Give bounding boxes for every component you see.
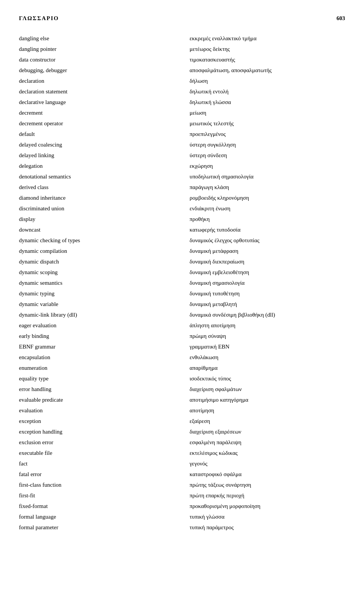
translation: καταστροφικό σφάλμα bbox=[190, 469, 345, 480]
term: formal language bbox=[19, 511, 174, 522]
term: fixed-format bbox=[19, 501, 174, 511]
term: EBNF grammar bbox=[19, 341, 174, 352]
term: executable file bbox=[19, 448, 174, 458]
term: first-fit bbox=[19, 490, 174, 501]
translation: ισοδεκτικός τύπος bbox=[190, 373, 345, 384]
term: discriminated union bbox=[19, 203, 174, 214]
term: dangling pointer bbox=[19, 44, 174, 54]
term: declarative language bbox=[19, 97, 174, 107]
term: derived class bbox=[19, 182, 174, 192]
translation: μείωση bbox=[190, 107, 345, 118]
translation: μειωτικός τελεστής bbox=[190, 118, 345, 129]
translation: δυναμικός έλεγχος ορθοτυπίας bbox=[190, 235, 345, 246]
term: debugging, debugger bbox=[19, 65, 174, 76]
term: encapsulation bbox=[19, 352, 174, 363]
header-page-num: 603 bbox=[337, 15, 345, 22]
term: dynamic variable bbox=[19, 299, 174, 309]
translation: προκαθορισμένη μορφοποίηση bbox=[190, 501, 345, 511]
page-container: ΓΛΩΣΣΑΡΙΟ 603 dangling elseεκκρεμές εναλ… bbox=[0, 0, 364, 601]
translation: δυναμική μετάφραση bbox=[190, 246, 345, 256]
term: first-class function bbox=[19, 480, 174, 490]
translation: προθήκη bbox=[190, 214, 345, 224]
translation: τυπική γλώσσα bbox=[190, 511, 345, 522]
term: early binding bbox=[19, 331, 174, 341]
term: exclusion error bbox=[19, 437, 174, 448]
header-title: ΓΛΩΣΣΑΡΙΟ bbox=[19, 15, 59, 22]
translation: παράγωγη κλάση bbox=[190, 182, 345, 192]
term: dynamic checking of types bbox=[19, 235, 174, 246]
term: delegation bbox=[19, 161, 174, 171]
translation: τυπική παράμετρος bbox=[190, 522, 345, 533]
term: error handling bbox=[19, 384, 174, 394]
translation: δυναμικά συνδέσιμη βιβλιοθήκη (dll) bbox=[190, 309, 345, 320]
translation: εξαίρεση bbox=[190, 416, 345, 426]
translation: ύστερη σύνδεση bbox=[190, 150, 345, 161]
translation: άπληστη αποτίμηση bbox=[190, 320, 345, 331]
term: enumeration bbox=[19, 363, 174, 373]
translation: εκτελέσιμος κώδικας bbox=[190, 448, 345, 458]
translation: τιμοκατασκευαστής bbox=[190, 54, 345, 65]
translation: προεπιλεγμένος bbox=[190, 129, 345, 139]
term: dynamic scoping bbox=[19, 267, 174, 278]
term: fatal error bbox=[19, 469, 174, 480]
term: display bbox=[19, 214, 174, 224]
term: denotational semantics bbox=[19, 171, 174, 182]
translation: δυναμική μεταβλητή bbox=[190, 299, 345, 309]
translation: αποτιμήσιμο κατηγόρημα bbox=[190, 394, 345, 405]
translation: πρώιμη σύναψη bbox=[190, 331, 345, 341]
term: exception handling bbox=[19, 426, 174, 437]
translation: απαρίθμημα bbox=[190, 363, 345, 373]
term: dynamic typing bbox=[19, 288, 174, 299]
term: declaration statement bbox=[19, 86, 174, 97]
term: equality type bbox=[19, 373, 174, 384]
term: default bbox=[19, 129, 174, 139]
term: evaluable predicate bbox=[19, 394, 174, 405]
term: downcast bbox=[19, 224, 174, 235]
translation: ύστερη συγκόλληση bbox=[190, 139, 345, 150]
term: formal parameter bbox=[19, 522, 174, 533]
term: data constructor bbox=[19, 54, 174, 65]
translation: δυναμική σημασιολογία bbox=[190, 278, 345, 288]
term: dynamic dispatch bbox=[19, 256, 174, 267]
term: decrement operator bbox=[19, 118, 174, 129]
translation: δηλωτική γλώσσα bbox=[190, 97, 345, 107]
term: dangling else bbox=[19, 33, 174, 44]
translation: υποδηλωτική σημασιολογία bbox=[190, 171, 345, 182]
term: eager evaluation bbox=[19, 320, 174, 331]
translation: εσφαλμένη παράλειψη bbox=[190, 437, 345, 448]
term: dynamic compilation bbox=[19, 246, 174, 256]
translation: δυναμική εμβελειοθέτηση bbox=[190, 267, 345, 278]
translation: ρομβοειδής κληρονόμηση bbox=[190, 192, 345, 203]
term: fact bbox=[19, 458, 174, 469]
translation: δυναμική διεκπεραίωση bbox=[190, 256, 345, 267]
translation: διαχείριση εξαιρέσεων bbox=[190, 426, 345, 437]
term: diamond inheritance bbox=[19, 192, 174, 203]
term: exception bbox=[19, 416, 174, 426]
translation: πρώτη επαρκής περιοχή bbox=[190, 490, 345, 501]
translation: δήλωση bbox=[190, 76, 345, 86]
translation: κατωφερής τυποδοσία bbox=[190, 224, 345, 235]
translation: εκχώρηση bbox=[190, 161, 345, 171]
translation: διαχείριση σφαλμάτων bbox=[190, 384, 345, 394]
term: delayed linking bbox=[19, 150, 174, 161]
translation: ενδιάκριτη ένωση bbox=[190, 203, 345, 214]
translation: μετέωρος δείκτης bbox=[190, 44, 345, 54]
translation: ενθυλάκωση bbox=[190, 352, 345, 363]
term: delayed coalescing bbox=[19, 139, 174, 150]
page-header: ΓΛΩΣΣΑΡΙΟ 603 bbox=[19, 15, 345, 22]
translation: αποτίμηση bbox=[190, 405, 345, 416]
translation: δηλωτική εντολή bbox=[190, 86, 345, 97]
term: dynamic semantics bbox=[19, 278, 174, 288]
term: dynamic-link library (dll) bbox=[19, 309, 174, 320]
translation: δυναμική τυποθέτηση bbox=[190, 288, 345, 299]
term: evaluation bbox=[19, 405, 174, 416]
glossary-table: dangling elseεκκρεμές εναλλακτικό τμήμαd… bbox=[19, 33, 345, 533]
translation: πρώτης τάξεως συνάρτηση bbox=[190, 480, 345, 490]
translation: εκκρεμές εναλλακτικό τμήμα bbox=[190, 33, 345, 44]
translation: γεγονός bbox=[190, 458, 345, 469]
translation: αποσφαλμάτωση, αποσφαλματωτής bbox=[190, 65, 345, 76]
translation: γραμματική ΕΒΝ bbox=[190, 341, 345, 352]
term: decrement bbox=[19, 107, 174, 118]
term: declaration bbox=[19, 76, 174, 86]
